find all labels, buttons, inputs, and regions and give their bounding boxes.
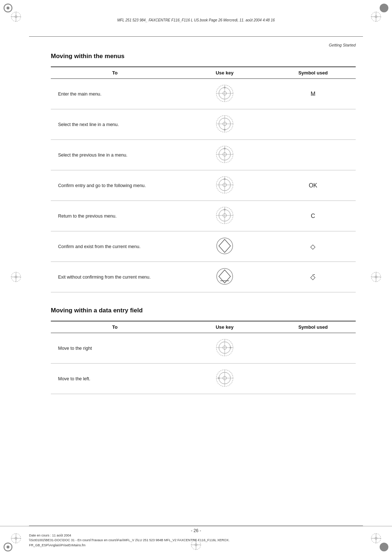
corner-dot-bottom-right xyxy=(379,542,389,552)
row-symbol xyxy=(270,140,356,170)
table-row: Enter the main menu. xyxy=(51,79,356,109)
data-entry-navigation-table: To Use key Symbol used Move to the right xyxy=(51,321,356,394)
corner-dot-bottom-left xyxy=(3,542,13,552)
col-to-header: To xyxy=(51,321,179,333)
row-action: Confirm and exist from the current menu. xyxy=(51,231,179,262)
row-action: Move to the right xyxy=(51,333,179,364)
row-action: Confirm entry and go to the following me… xyxy=(51,170,179,201)
section1-title: Moving within the menus xyxy=(51,53,356,60)
dial-icon xyxy=(215,145,234,164)
side-mark-right xyxy=(370,271,382,284)
row-key xyxy=(179,79,270,109)
dial-icon xyxy=(215,114,234,133)
table-row: Select the previous line in a menu. xyxy=(51,140,356,170)
table-row: Move to the left. xyxy=(51,364,356,394)
svg-point-76 xyxy=(380,543,388,551)
table-row: Exit without confirming from the current… xyxy=(51,262,356,292)
col-symbol-header: Symbol used xyxy=(270,67,356,79)
corner-circle-top-left xyxy=(3,3,13,13)
dial-icon xyxy=(215,206,234,225)
section2: Moving within a data entry field To Use … xyxy=(51,307,356,394)
row-symbol xyxy=(270,333,356,364)
row-key xyxy=(179,170,270,201)
svg-point-42 xyxy=(224,178,225,180)
svg-point-65 xyxy=(218,377,220,379)
reg-mark-bottom-center xyxy=(190,539,202,551)
svg-point-59 xyxy=(229,347,231,349)
svg-point-24 xyxy=(224,87,225,89)
dial-icon xyxy=(215,84,234,103)
file-path: MFL 251 523 984_ FAXCENTRE F116_F116 L U… xyxy=(117,18,275,22)
row-symbol: C xyxy=(270,201,356,231)
row-key xyxy=(179,109,270,140)
col-usekey-header: Use key xyxy=(179,67,270,79)
dial-icon xyxy=(215,175,234,194)
table-row: Select the next line in a menu. xyxy=(51,109,356,140)
row-symbol: ◇ xyxy=(270,231,356,262)
dial-icon xyxy=(215,369,234,388)
dial-icon xyxy=(215,338,234,357)
svg-point-48 xyxy=(224,209,225,211)
h-line-top xyxy=(29,36,363,37)
col-to-header: To xyxy=(51,67,179,79)
col-symbol-header: Symbol used xyxy=(270,321,356,333)
diamond-start-icon xyxy=(215,236,234,255)
svg-point-36 xyxy=(224,148,225,150)
row-symbol: M xyxy=(270,79,356,109)
diamond-stop-icon xyxy=(215,267,234,286)
main-content: Moving within the menus To Use key Symbo… xyxy=(51,53,356,409)
table-row: Confirm and exist from the current menu.… xyxy=(51,231,356,262)
row-action: Select the previous line in a menu. xyxy=(51,140,179,170)
row-key xyxy=(179,201,270,231)
row-action: Enter the main menu. xyxy=(51,79,179,109)
menu-navigation-table: To Use key Symbol used Enter the main me… xyxy=(51,66,356,292)
row-action: Move to the left. xyxy=(51,364,179,394)
row-action: Return to the previous menu. xyxy=(51,201,179,231)
side-mark-left xyxy=(10,271,22,284)
svg-point-75 xyxy=(7,546,9,548)
row-key xyxy=(179,140,270,170)
table-row: Confirm entry and go to the following me… xyxy=(51,170,356,201)
svg-point-10 xyxy=(7,7,9,9)
row-key xyxy=(179,231,270,262)
table-row: Move to the right xyxy=(51,333,356,364)
footer-line1: Date en cours : 11 août 2004 xyxy=(29,533,230,538)
section1: Moving within the menus To Use key Symbo… xyxy=(51,53,356,292)
row-symbol: OK xyxy=(270,170,356,201)
row-action: Exit without confirming from the current… xyxy=(51,262,179,292)
section2-title: Moving within a data entry field xyxy=(51,307,356,314)
row-action: Select the next line in a menu. xyxy=(51,109,179,140)
table-row: Return to the previous menu. xyxy=(51,201,356,231)
svg-point-30 xyxy=(224,129,225,131)
row-key xyxy=(179,364,270,394)
row-key xyxy=(179,333,270,364)
row-symbol xyxy=(270,364,356,394)
svg-marker-50 xyxy=(219,239,230,252)
row-symbol: ◇̈ xyxy=(270,262,356,292)
page: MFL 251 523 984_ FAXCENTRE F116_F116 L U… xyxy=(0,0,392,555)
col-usekey-header: Use key xyxy=(179,321,270,333)
svg-point-8 xyxy=(380,4,388,12)
chapter-header: Getting Started xyxy=(329,43,356,47)
corner-circle-top-right xyxy=(379,3,389,13)
row-symbol xyxy=(270,109,356,140)
row-key xyxy=(179,262,270,292)
